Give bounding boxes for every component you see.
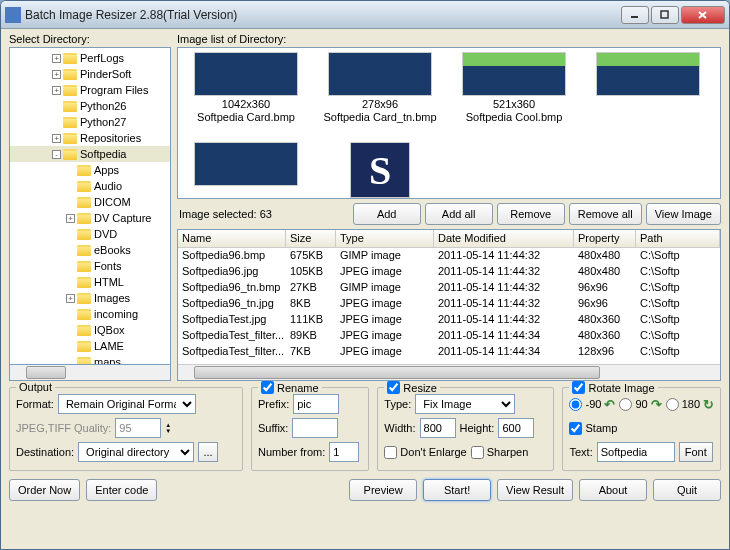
expand-icon[interactable]: + (66, 214, 75, 223)
col-prop[interactable]: Property (574, 230, 636, 247)
thumbnail-item[interactable] (188, 142, 304, 199)
width-input[interactable] (420, 418, 456, 438)
format-select[interactable]: Remain Original Format (58, 394, 196, 414)
folder-icon (77, 309, 91, 320)
folder-icon (77, 293, 91, 304)
order-button[interactable]: Order Now (9, 479, 80, 501)
browse-button[interactable]: ... (198, 442, 218, 462)
image-list-label: Image list of Directory: (177, 33, 721, 45)
number-from-input[interactable] (329, 442, 359, 462)
folder-icon (77, 181, 91, 192)
col-date[interactable]: Date Modified (434, 230, 574, 247)
tree-item[interactable]: eBooks (10, 242, 170, 258)
sharpen-checkbox[interactable] (471, 446, 484, 459)
folder-icon (63, 53, 77, 64)
start-button[interactable]: Start! (423, 479, 491, 501)
tree-item[interactable]: +PerfLogs (10, 50, 170, 66)
content-area: Select Directory: +PerfLogs+PinderSoft+P… (1, 29, 729, 549)
about-button[interactable]: About (579, 479, 647, 501)
tree-item[interactable]: incoming (10, 306, 170, 322)
rotate-checkbox[interactable] (572, 381, 585, 394)
tree-item[interactable]: +Repositories (10, 130, 170, 146)
quality-input[interactable] (115, 418, 161, 438)
tree-item[interactable]: DICOM (10, 194, 170, 210)
remove-all-button[interactable]: Remove all (569, 203, 642, 225)
expand-icon[interactable]: + (52, 86, 61, 95)
table-scrollbar[interactable] (178, 364, 720, 380)
thumbnail-item[interactable] (590, 52, 706, 124)
col-size[interactable]: Size (286, 230, 336, 247)
rot-180-radio[interactable] (666, 398, 679, 411)
thumbnail-item[interactable]: 278x96Softpedia Card_tn.bmp (322, 52, 438, 124)
table-row[interactable]: Softpedia96.jpg105KBJPEG image2011-05-14… (178, 264, 720, 280)
prefix-input[interactable] (293, 394, 339, 414)
thumbnail-item[interactable]: 1042x360Softpedia Card.bmp (188, 52, 304, 124)
tree-item[interactable]: Fonts (10, 258, 170, 274)
tree-item[interactable]: HTML (10, 274, 170, 290)
folder-icon (63, 117, 77, 128)
resize-type-select[interactable]: Fix Image (415, 394, 515, 414)
expand-icon[interactable]: - (52, 150, 61, 159)
thumbnail-item[interactable]: 521x360Softpedia Cool.bmp (456, 52, 572, 124)
stamp-text-input[interactable] (597, 442, 675, 462)
folder-icon (77, 357, 91, 366)
tree-scrollbar[interactable] (9, 365, 171, 381)
expand-icon[interactable]: + (52, 70, 61, 79)
tree-item[interactable]: Apps (10, 162, 170, 178)
col-name[interactable]: Name (178, 230, 286, 247)
tree-item[interactable]: Audio (10, 178, 170, 194)
tree-item[interactable]: LAME (10, 338, 170, 354)
expand-icon[interactable]: + (52, 54, 61, 63)
rotate-ccw-icon: ↶ (604, 397, 615, 412)
folder-icon (77, 165, 91, 176)
tree-item[interactable]: maps (10, 354, 170, 365)
rot-m90-radio[interactable] (569, 398, 582, 411)
stamp-checkbox[interactable] (569, 422, 582, 435)
window-title: Batch Image Resizer 2.88(Trial Version) (25, 8, 619, 22)
resize-checkbox[interactable] (387, 381, 400, 394)
thumbnail-area[interactable]: 1042x360Softpedia Card.bmp278x96Softpedi… (177, 47, 721, 199)
enter-code-button[interactable]: Enter code (86, 479, 157, 501)
table-row[interactable]: Softpedia96.bmp675KBGIMP image2011-05-14… (178, 248, 720, 264)
rot-90-radio[interactable] (619, 398, 632, 411)
table-row[interactable]: SoftpediaTest_filter...89KBJPEG image201… (178, 328, 720, 344)
folder-icon (77, 261, 91, 272)
table-row[interactable]: SoftpediaTest.jpg111KBJPEG image2011-05-… (178, 312, 720, 328)
thumbnail-item[interactable]: S (322, 142, 438, 199)
table-row[interactable]: Softpedia96_tn.bmp27KBGIMP image2011-05-… (178, 280, 720, 296)
add-all-button[interactable]: Add all (425, 203, 493, 225)
tree-item[interactable]: +Images (10, 290, 170, 306)
table-row[interactable]: Softpedia96_tn.jpg8KBJPEG image2011-05-1… (178, 296, 720, 312)
tree-item[interactable]: +Program Files (10, 82, 170, 98)
suffix-input[interactable] (292, 418, 338, 438)
close-button[interactable] (681, 6, 725, 24)
view-result-button[interactable]: View Result (497, 479, 573, 501)
tree-item[interactable]: +PinderSoft (10, 66, 170, 82)
add-button[interactable]: Add (353, 203, 421, 225)
table-body[interactable]: Softpedia96.bmp675KBGIMP image2011-05-14… (178, 248, 720, 364)
destination-select[interactable]: Original directory (78, 442, 194, 462)
view-image-button[interactable]: View Image (646, 203, 721, 225)
tree-item[interactable]: +DV Capture (10, 210, 170, 226)
table-row[interactable]: SoftpediaTest_filter...7KBJPEG image2011… (178, 344, 720, 360)
tree-item[interactable]: IQBox (10, 322, 170, 338)
maximize-button[interactable] (651, 6, 679, 24)
rename-checkbox[interactable] (261, 381, 274, 394)
font-button[interactable]: Font (679, 442, 713, 462)
minimize-button[interactable] (621, 6, 649, 24)
expand-icon[interactable]: + (52, 134, 61, 143)
tree-item[interactable]: Python27 (10, 114, 170, 130)
height-input[interactable] (498, 418, 534, 438)
tree-item[interactable]: DVD (10, 226, 170, 242)
col-type[interactable]: Type (336, 230, 434, 247)
quit-button[interactable]: Quit (653, 479, 721, 501)
preview-button[interactable]: Preview (349, 479, 417, 501)
tree-item[interactable]: -Softpedia (10, 146, 170, 162)
tree-item[interactable]: Python26 (10, 98, 170, 114)
remove-button[interactable]: Remove (497, 203, 565, 225)
directory-tree[interactable]: +PerfLogs+PinderSoft+Program FilesPython… (9, 47, 171, 365)
dont-enlarge-checkbox[interactable] (384, 446, 397, 459)
spinner-icon[interactable]: ▲▼ (165, 422, 171, 434)
expand-icon[interactable]: + (66, 294, 75, 303)
col-path[interactable]: Path (636, 230, 720, 247)
